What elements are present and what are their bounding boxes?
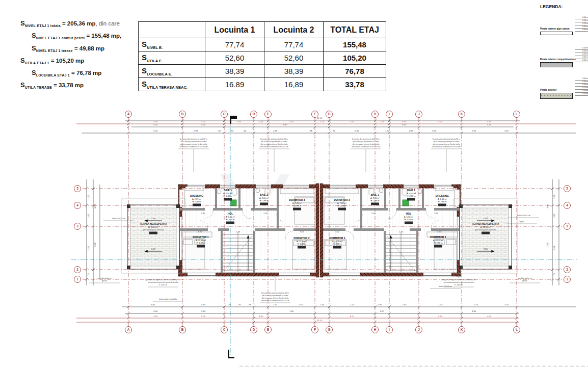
room-finish-tag (260, 203, 268, 205)
dimension-label: 4.05 (289, 120, 294, 123)
dimension-label: 1.20 (350, 303, 355, 306)
room-finish-tag (293, 208, 301, 211)
dimension-label: 1.20 (438, 303, 443, 306)
axis-letter: A (127, 328, 130, 331)
annotation-line: fereastra din aluminiu la h=1,15 m (261, 292, 289, 294)
dimension-label: .46 (218, 129, 221, 132)
dimension-label: 8.07 (350, 315, 355, 318)
room-finish-tag (298, 246, 306, 249)
annotation-line: h: 100 cm (159, 284, 167, 286)
room-finish-tag (226, 222, 234, 224)
room-name: DORMITOR 2 (329, 237, 345, 240)
axis-letter: C (223, 112, 226, 116)
dimension-label: 4.60 (472, 310, 476, 312)
terrace-area: A: 16,89 m² (480, 226, 491, 228)
dimension-label: 5.20 (201, 310, 206, 312)
room-name: HOL (406, 212, 412, 215)
annotation-line: balustrada inoxidabila (159, 298, 177, 300)
axis-letter: J (418, 112, 420, 116)
dimension-label: 6.87 (283, 123, 288, 126)
dimension-label: .46 (228, 303, 231, 306)
dimension-label: 2.45 (399, 230, 404, 233)
axis-number: 2 (566, 268, 568, 271)
annotation-line: din termopan interior fix din sticla (180, 143, 207, 145)
slope-label: 1.5% (484, 248, 488, 250)
room-finish-tag (149, 232, 157, 234)
dimension-label: 3.40 (237, 120, 242, 123)
highlighted-fixture (230, 200, 236, 206)
axis-letter: B (181, 112, 184, 116)
terrace-note: gres antiderapanta exterioara (143, 229, 164, 231)
dimension-label: 5.20 (438, 315, 443, 318)
dimension-label: .75 (553, 273, 555, 276)
dimension-label: 2.45 (434, 212, 439, 215)
room-name: DRESSING (436, 194, 449, 197)
dimension-label: 3.20 (504, 303, 509, 306)
dimension-label: 3.30 (546, 242, 549, 247)
room-name: BAIE 2 (260, 193, 268, 196)
annotation-line: din termopan interior fix din sticla (353, 143, 380, 145)
section-marker-bottom (228, 350, 234, 358)
annotation-line: rigola (520, 221, 524, 223)
annotation-line: bolari 10x10 cm (112, 218, 125, 220)
room-name: BAIE 2 (371, 193, 379, 196)
dimension-label: 7.40 (289, 310, 294, 312)
axis-number: 4 (76, 203, 78, 207)
dimension-label: 4.24 (153, 129, 158, 132)
dimension-label: 1.08 (409, 129, 413, 132)
axis-letter: K (461, 112, 463, 116)
dimension-label: 4.04 (153, 310, 158, 312)
annotation-line: securizata montat la interiorul aticului (148, 281, 178, 283)
section-marker-top (230, 116, 237, 124)
room-height: H: 3,00 m (226, 218, 235, 221)
dimension-label: .46 (248, 303, 251, 306)
annotation-line: gard de piatra cu (518, 277, 532, 279)
dimension-label: .60 (238, 303, 241, 306)
annotation-line: bolari 10x10 cm (517, 215, 530, 217)
slope-label: 1.5% (151, 218, 156, 220)
dimension-label: 5.03 (402, 123, 407, 126)
room-height: H: 2,88 m (224, 195, 232, 197)
room-finish-tag (371, 203, 379, 205)
floor-plan-drawing: AABBCCDDEEFFGGHHIIJJKKLL554433221131.004… (0, 0, 588, 367)
room-height: H: 2,88 m (407, 195, 416, 197)
axis-number: 3 (76, 224, 78, 228)
dimension-label: .74 (332, 129, 335, 132)
dimension-label: .88 (309, 129, 312, 132)
dimension-label: 2.40 (320, 303, 325, 306)
axis-letter: G (328, 112, 330, 116)
dimension-label: 3.30 (94, 242, 96, 247)
room-name: BAIE 1 (224, 189, 232, 192)
axis-letter: H (374, 112, 377, 116)
dimension-label: 3.02 (300, 230, 304, 233)
dimension-label: 1.33 (87, 194, 90, 199)
terrace-name: TERASA NEACOPERITA (472, 223, 499, 225)
annotation-line: securizata montat la interiorul aticului (443, 281, 473, 283)
dimension-label: 2.46 (273, 129, 278, 132)
axis-letter: I (389, 328, 390, 331)
annotation-line: fereastra din aluminiu la h=1,15 m (260, 138, 288, 140)
dimension-label: 3.00 (546, 204, 549, 208)
room-finish-tag (482, 232, 490, 234)
annotation-line: din termopan interior fix din sticla (433, 143, 460, 145)
terrace-note: gres antiderapanta exterioara (475, 229, 496, 231)
axis-letter: F (314, 328, 316, 331)
annotation-line: securizata si laminata la h=100 cm (179, 146, 207, 148)
dimension-label: 3.42 (553, 245, 555, 250)
annotation-line: gard de piatra cu (98, 277, 112, 279)
dimension-label: 1.50 (380, 120, 385, 123)
annotation-line: securizata si laminata la h=100 cm (432, 146, 460, 148)
axis-letter: L (516, 112, 518, 116)
axis-letter: L (516, 328, 518, 331)
dimension-label: 1.00 (378, 303, 382, 306)
annotation-line: glicina (522, 280, 527, 282)
dimension-label: 4.24 (153, 123, 158, 126)
room-height: H: 2,88 m (293, 204, 302, 207)
axis-number: 5 (76, 187, 78, 190)
axis-number: 4 (566, 203, 568, 207)
dimension-label: 1.67 (87, 213, 90, 218)
dimension-label: 3.20 (504, 129, 509, 132)
dimension-label: 2.45 (201, 212, 205, 215)
room-name: DRESSING (190, 194, 203, 197)
room-finish-tag (407, 198, 415, 201)
